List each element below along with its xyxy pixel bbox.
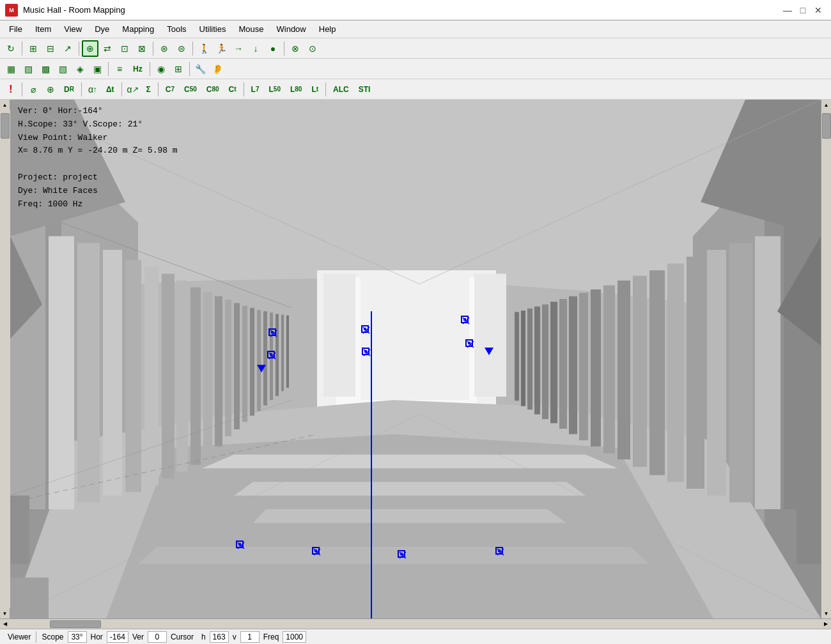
menu-item-utilities[interactable]: Utilities <box>193 23 233 35</box>
svg-rect-54 <box>515 312 519 401</box>
menu-item-item[interactable]: Item <box>29 23 58 35</box>
menu-item-tools[interactable]: Tools <box>160 23 192 35</box>
sep2 <box>79 42 79 56</box>
minimize-button[interactable]: — <box>780 3 795 18</box>
tb-view3d[interactable]: ⊙ <box>304 40 321 57</box>
vertical-scrollbar-right[interactable]: ▲ ▼ <box>821 100 831 618</box>
status-cursor: Cursor h 163 v 1 <box>167 631 260 643</box>
svg-rect-61 <box>796 482 821 564</box>
scroll-up-arrow[interactable]: ▲ <box>0 100 10 110</box>
tb3-lt[interactable]: Lt <box>307 81 323 98</box>
tb3-ct[interactable]: Ct <box>224 81 241 98</box>
tb-dot[interactable]: ● <box>265 40 281 57</box>
tb2-ear[interactable]: 👂 <box>210 61 226 77</box>
svg-rect-42 <box>633 276 647 467</box>
tb-crosshair[interactable]: ⊕ <box>82 40 98 57</box>
tb-tool2[interactable]: ⊜ <box>173 40 190 57</box>
tb2-lines[interactable]: ≡ <box>111 61 128 77</box>
marker-triangle-2 <box>485 348 493 355</box>
tb-arrow-down[interactable]: ↓ <box>247 40 264 57</box>
tb-select2[interactable]: ⊠ <box>134 40 150 57</box>
freq-value[interactable]: 1000 <box>283 631 306 643</box>
viewer-label: Viewer <box>4 632 35 642</box>
tb-person2[interactable]: 🏃 <box>213 40 229 57</box>
tb-select1[interactable]: ⊡ <box>116 40 133 57</box>
tb-tool1[interactable]: ⊛ <box>156 40 173 57</box>
tb-move[interactable]: ⇄ <box>99 40 116 57</box>
tb-grid-add[interactable]: ⊞ <box>25 40 42 57</box>
close-button[interactable]: ✕ <box>811 3 826 18</box>
sep6 <box>108 62 109 76</box>
cursor-h-value[interactable]: 163 <box>210 631 229 643</box>
cursor-v-value[interactable]: 1 <box>240 631 260 643</box>
ver-value[interactable]: 0 <box>148 631 167 643</box>
sep7 <box>150 62 150 76</box>
tb2-hz[interactable]: Hz <box>128 61 147 77</box>
tb3-alc[interactable]: ALC <box>329 81 353 98</box>
svg-marker-13 <box>138 547 649 564</box>
tb3-delta-t[interactable]: Δt <box>102 81 119 98</box>
tb3-sti[interactable]: STI <box>354 81 375 98</box>
sep8 <box>189 62 190 76</box>
menu-item-file[interactable]: File <box>3 23 29 35</box>
svg-rect-19 <box>144 267 159 486</box>
menu-item-mapping[interactable]: Mapping <box>116 23 160 35</box>
tb3-l7[interactable]: L7 <box>247 81 264 98</box>
scope-value[interactable]: 33° <box>68 631 87 643</box>
tb3-l50[interactable]: L50 <box>264 81 284 98</box>
tb3-sigma[interactable]: Σ <box>142 81 155 98</box>
tb3-dr[interactable]: DR <box>59 81 79 98</box>
svg-rect-38 <box>707 250 726 496</box>
menu-item-mouse[interactable]: Mouse <box>232 23 270 35</box>
horizontal-scrollbar[interactable]: ◀ ▶ <box>0 618 831 629</box>
scroll-right-arrow[interactable]: ▶ <box>821 619 831 629</box>
tb2-grid4[interactable]: ▧ <box>54 61 71 77</box>
tb2-wrench[interactable]: 🔧 <box>192 61 209 77</box>
scroll-down-arrow[interactable]: ▼ <box>0 608 10 618</box>
tb2-grid7[interactable]: ⊞ <box>170 61 187 77</box>
tb-measure[interactable]: ⊗ <box>287 40 304 57</box>
scroll-thumb-v[interactable] <box>1 113 10 139</box>
menu-item-help[interactable]: Help <box>313 23 343 35</box>
hor-value[interactable]: -164 <box>107 631 128 643</box>
hscroll-thumb[interactable] <box>50 620 101 628</box>
tb3-measure2[interactable]: ⊕ <box>42 81 59 98</box>
menu-item-dye[interactable]: Dye <box>88 23 116 35</box>
tb-arrow-right[interactable]: → <box>230 40 247 57</box>
scroll-left-arrow[interactable]: ◀ <box>0 619 10 629</box>
tb3-alpha1[interactable]: α↑ <box>84 81 101 98</box>
tb2-grid2[interactable]: ▨ <box>20 61 36 77</box>
scroll-up-right[interactable]: ▲ <box>821 100 832 110</box>
svg-rect-64 <box>474 273 506 396</box>
tb3-link[interactable]: ⌀ <box>25 81 42 98</box>
marker-9 <box>398 550 405 558</box>
tb3-c80[interactable]: C80 <box>202 81 224 98</box>
hscroll-track[interactable] <box>12 620 819 629</box>
scroll-down-right[interactable]: ▼ <box>821 608 832 618</box>
vertical-scrollbar[interactable]: ▲ ▼ <box>0 100 10 618</box>
tb2-grid6[interactable]: ▣ <box>89 61 105 77</box>
marker-7 <box>236 540 244 548</box>
tb3-l80[interactable]: L80 <box>286 81 306 98</box>
tb3-alpha2[interactable]: α↗ <box>125 81 141 98</box>
scroll-track-right[interactable] <box>821 110 832 608</box>
menu-item-view[interactable]: View <box>58 23 88 35</box>
3d-viewport[interactable]: Ver: 0° Hor:-164° H.Scope: 33° V.Scope: … <box>10 100 821 618</box>
tb3-c50[interactable]: C50 <box>180 81 201 98</box>
tb-grid-remove[interactable]: ⊟ <box>42 40 59 57</box>
menu-item-window[interactable]: Window <box>270 23 313 35</box>
tb3-c7[interactable]: C7 <box>161 81 179 98</box>
tb2-grid5[interactable]: ◈ <box>72 61 88 77</box>
tb-person[interactable]: 🚶 <box>196 40 212 57</box>
scroll-track-v[interactable] <box>0 110 10 608</box>
tb2-grid3[interactable]: ▩ <box>37 61 54 77</box>
tb-cursor[interactable]: ↗ <box>59 40 76 57</box>
tb2-circle[interactable]: ◉ <box>153 61 169 77</box>
title-bar: M Music Hall - Room Mapping — □ ✕ <box>0 0 831 20</box>
tb2-grid1[interactable]: ▦ <box>3 61 19 77</box>
scroll-thumb-right[interactable] <box>822 113 831 139</box>
tb3-warning[interactable]: ! <box>3 81 19 98</box>
maximize-button[interactable]: □ <box>795 3 811 18</box>
tb-refresh[interactable]: ↻ <box>3 40 19 57</box>
svg-rect-47 <box>569 296 577 434</box>
